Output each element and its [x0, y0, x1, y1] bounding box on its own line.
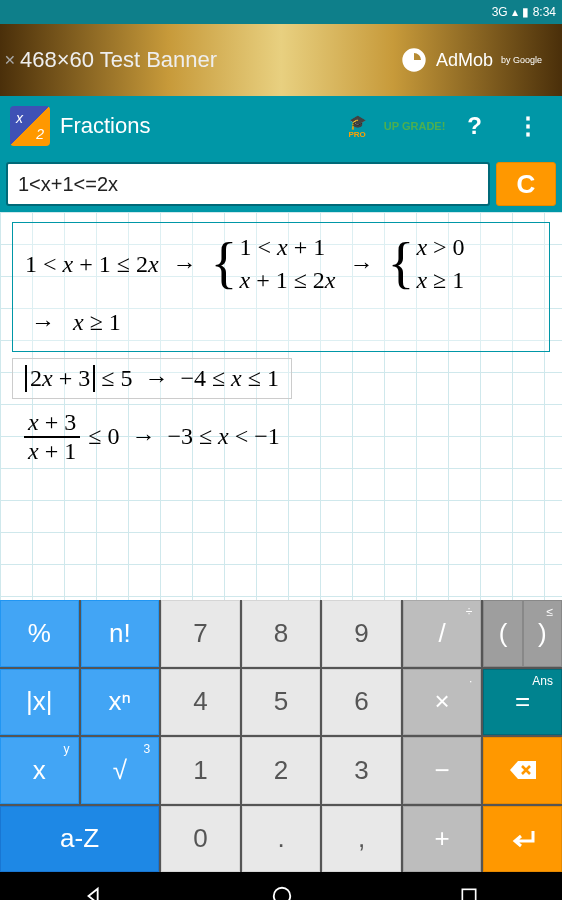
key-alpha[interactable]: a-Z [0, 806, 159, 873]
key-paren-open[interactable]: ( [483, 600, 522, 667]
key-9[interactable]: 9 [322, 600, 401, 667]
pro-label: PRO [348, 130, 365, 139]
arrow-icon: → [167, 245, 203, 283]
eq1-final: x ≥ 1 [67, 309, 121, 335]
admob-icon [400, 46, 428, 74]
eq2-rest: ≤ 5 → −4 ≤ x ≤ 1 [101, 365, 279, 392]
brace-icon: { [211, 241, 238, 286]
key-x[interactable]: xy [0, 737, 79, 804]
expression-input[interactable]: 1<x+1<=2x [6, 162, 490, 206]
help-icon[interactable]: ? [455, 112, 494, 140]
result-row-3[interactable]: x + 3 x + 1 ≤ 0 → −3 ≤ x < −1 [12, 403, 550, 471]
android-status-bar: 3G ▴ ▮ 8:34 [0, 0, 562, 24]
nav-home-icon[interactable] [271, 885, 293, 900]
work-area[interactable]: 1 < x + 1 ≤ 2x → { 1 < x + 1 x + 1 ≤ 2x … [0, 212, 562, 600]
ad-banner[interactable]: ✕ 468×60 Test Banner AdMob by Google [0, 24, 562, 96]
battery-icon: ▮ [522, 5, 529, 19]
eq1-brace2-line2: x ≥ 1 [416, 266, 464, 295]
key-percent[interactable]: % [0, 600, 79, 667]
result-box-2[interactable]: 2x + 3 ≤ 5 → −4 ≤ x ≤ 1 [12, 358, 292, 399]
android-nav-bar [0, 872, 562, 900]
key-plus[interactable]: + [403, 806, 482, 873]
backspace-icon [508, 759, 538, 781]
key-5[interactable]: 5 [242, 669, 321, 736]
key-multiply[interactable]: ×· [403, 669, 482, 736]
key-divide[interactable]: /÷ [403, 600, 482, 667]
svg-rect-1 [462, 889, 475, 900]
eq1-brace1-line1: 1 < x + 1 [239, 233, 335, 262]
key-8[interactable]: 8 [242, 600, 321, 667]
upgrade-label[interactable]: UP GRADE! [384, 120, 446, 132]
eq1-brace1-line2: x + 1 ≤ 2x [239, 266, 335, 295]
clock: 8:34 [533, 5, 556, 19]
eq2-abs: 2x + 3 [25, 365, 95, 392]
input-row: 1<x+1<=2x C [0, 156, 562, 212]
key-4[interactable]: 4 [161, 669, 240, 736]
brace-icon: { [388, 241, 415, 286]
enter-icon [509, 827, 537, 851]
eq3-rest: ≤ 0 → −3 ≤ x < −1 [88, 423, 280, 450]
network-icon: 3G [492, 5, 508, 19]
clear-button[interactable]: C [496, 162, 556, 206]
eq1-brace2-line1: x > 0 [416, 233, 464, 262]
key-factorial[interactable]: n! [81, 600, 160, 667]
key-2[interactable]: 2 [242, 737, 321, 804]
key-enter[interactable] [483, 806, 562, 873]
key-abs[interactable]: |x| [0, 669, 79, 736]
key-power[interactable]: xⁿ [81, 669, 160, 736]
eq3-fraction: x + 3 x + 1 [24, 409, 80, 465]
signal-icon: ▴ [512, 5, 518, 19]
keypad: % n! 7 8 9 /÷ ( )≤ |x| xⁿ 4 5 6 ×· =Ans … [0, 600, 562, 872]
overflow-menu-icon[interactable]: ⋮ [504, 112, 552, 140]
nav-back-icon[interactable] [83, 885, 105, 900]
arrow-icon: → [344, 245, 380, 283]
key-0[interactable]: 0 [161, 806, 240, 873]
svg-point-0 [274, 888, 291, 900]
key-sqrt[interactable]: √3 [81, 737, 160, 804]
result-box-1[interactable]: 1 < x + 1 ≤ 2x → { 1 < x + 1 x + 1 ≤ 2x … [12, 222, 550, 352]
key-7[interactable]: 7 [161, 600, 240, 667]
key-comma[interactable]: , [322, 806, 401, 873]
app-logo-icon[interactable] [10, 106, 50, 146]
key-dot[interactable]: . [242, 806, 321, 873]
app-header: Fractions 🎓 PRO UP GRADE! ? ⋮ [0, 96, 562, 156]
key-1[interactable]: 1 [161, 737, 240, 804]
eq1-lhs: 1 < x + 1 ≤ 2x [25, 245, 159, 283]
key-minus[interactable]: − [403, 737, 482, 804]
graduation-cap-icon: 🎓 [349, 114, 366, 130]
key-backspace[interactable] [483, 737, 562, 804]
upgrade-button[interactable]: 🎓 PRO [348, 114, 365, 139]
ad-text-left: 468×60 Test Banner [20, 47, 217, 73]
app-title: Fractions [60, 113, 338, 139]
arrow-icon: → [25, 309, 61, 335]
nav-recent-icon[interactable] [459, 886, 479, 900]
ad-text-right: AdMob by Google [400, 46, 542, 74]
ad-close-icon[interactable]: ✕ [0, 48, 20, 72]
key-3[interactable]: 3 [322, 737, 401, 804]
key-equals[interactable]: =Ans [483, 669, 562, 736]
key-6[interactable]: 6 [322, 669, 401, 736]
key-paren-close[interactable]: )≤ [523, 600, 562, 667]
